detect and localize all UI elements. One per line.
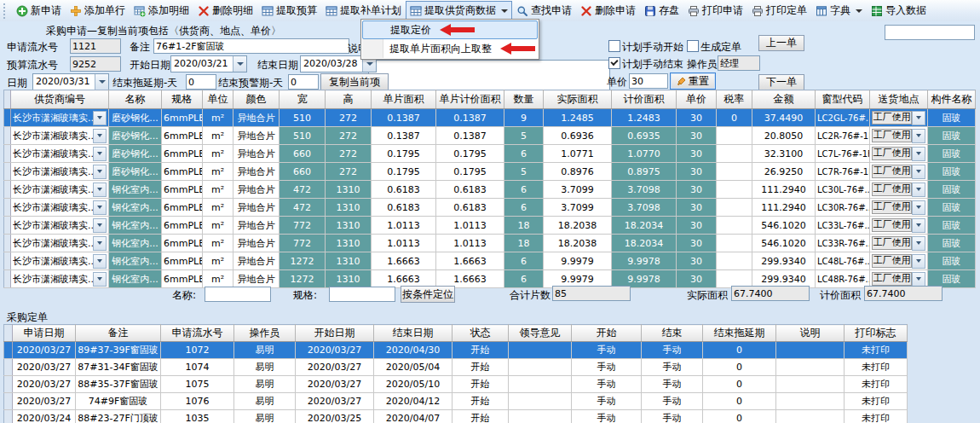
cell[interactable]: 固玻 (928, 181, 976, 199)
chevron-down-icon[interactable] (93, 165, 107, 179)
chevron-down-icon[interactable] (912, 272, 925, 287)
table-row[interactable]: 长沙市潇湘玻璃实...磨砂钢化...6mmPLE...m²异地合片6602720… (4, 163, 976, 181)
toolbar-button-导入数据[interactable]: 导入数据 (867, 1, 931, 20)
cell[interactable]: LC48R-76#... (816, 270, 870, 288)
table-row[interactable]: 2020/03/2488#23-27F门顶玻1035易明2020/03/2520… (4, 410, 908, 423)
cell[interactable]: 18 (504, 235, 544, 252)
cell[interactable]: 30 (677, 199, 717, 217)
cell[interactable]: 6 (504, 252, 544, 270)
cell[interactable]: LC7R-76#-1FO (816, 163, 870, 181)
column-header-高[interactable]: 高 (326, 90, 372, 109)
cell[interactable]: 固玻 (928, 163, 976, 181)
cell[interactable] (717, 181, 752, 199)
cell[interactable]: 0 (703, 342, 776, 359)
cell[interactable]: 6mmPLE... (162, 217, 203, 235)
cell[interactable]: 546.1020 (752, 217, 816, 235)
cell[interactable]: 772 (280, 235, 326, 252)
delivery-cell[interactable]: 工厂使用 (870, 235, 928, 252)
toolbar-button-删除明细[interactable]: 删除明细 (193, 1, 257, 20)
column-header-说明[interactable]: 说明 (776, 325, 845, 342)
delivery-cell[interactable]: 工厂使用 (870, 181, 928, 199)
cell[interactable]: 异地合片 (233, 270, 280, 288)
generate-order-checkbox[interactable] (687, 40, 699, 52)
cell[interactable]: 2020/03/27 (13, 376, 76, 393)
delivery-cell[interactable]: 工厂使用 (870, 163, 928, 181)
cell[interactable]: 37.4490 (752, 109, 816, 127)
cell[interactable]: 2020/04/07 (374, 410, 453, 423)
cell[interactable]: 30 (677, 252, 717, 270)
cell[interactable] (776, 393, 845, 410)
cell[interactable]: 未打印 (845, 342, 908, 359)
cell[interactable]: m² (203, 252, 233, 270)
cell[interactable]: 3.7099 (544, 199, 612, 217)
supplier-cell[interactable]: 长沙市潇湘玻璃实... (11, 109, 109, 127)
cell[interactable]: 未打印 (845, 410, 908, 423)
cell[interactable] (717, 235, 752, 252)
reset-button[interactable]: 重置 (670, 72, 716, 90)
column-header-单片面积[interactable]: 单片面积 (372, 90, 436, 109)
column-header-宽[interactable]: 宽 (280, 90, 326, 109)
serial-input[interactable] (70, 38, 121, 54)
column-header-打印标志[interactable]: 打印标志 (845, 325, 908, 342)
cell[interactable]: 6mmPLE... (162, 235, 203, 252)
cell[interactable]: 6mmPLE... (162, 199, 203, 217)
remark-input[interactable] (153, 38, 349, 54)
table-row[interactable]: 2020/03/2787#31-34F窗固玻1074易明2020/03/2720… (4, 359, 908, 376)
chevron-down-icon[interactable] (93, 218, 107, 233)
cell[interactable]: 手动 (642, 410, 703, 423)
chevron-down-icon[interactable] (93, 183, 107, 197)
cell[interactable]: 异地合片 (233, 145, 280, 163)
cell[interactable]: 30 (677, 217, 717, 235)
supplier-cell[interactable]: 长沙市潇湘玻璃实... (11, 181, 109, 199)
row-selector-gutter[interactable] (4, 359, 13, 376)
column-header-颜色[interactable]: 颜色 (233, 90, 280, 109)
cell[interactable]: 0.6183 (372, 181, 436, 199)
cell[interactable]: 1.0771 (544, 145, 612, 163)
delay-input[interactable] (186, 74, 216, 90)
cell[interactable]: 易明 (234, 393, 296, 410)
cell[interactable]: 510 (280, 127, 326, 145)
delivery-cell[interactable]: 工厂使用 (870, 217, 928, 235)
cell[interactable]: LC33L-76#... (816, 217, 870, 235)
chevron-down-icon[interactable] (912, 200, 925, 215)
cell[interactable]: 易明 (234, 359, 296, 376)
delivery-cell[interactable]: 工厂使用 (870, 127, 928, 145)
cell[interactable]: 易明 (234, 342, 296, 359)
chevron-down-icon[interactable] (93, 272, 107, 287)
cell[interactable]: 18.2034 (612, 235, 677, 252)
cell[interactable]: 6mmPLE... (162, 252, 203, 270)
top-right-field[interactable] (885, 25, 975, 40)
supplier-cell[interactable]: 长沙市潇湘玻璃实... (11, 217, 109, 235)
cell[interactable]: 手动 (572, 342, 642, 359)
cell[interactable]: 660 (280, 163, 326, 181)
cell[interactable]: 异地合片 (233, 199, 280, 217)
table-row[interactable]: 2020/03/2774#9F窗固玻1076易明2020/03/272020/0… (4, 393, 908, 410)
cell[interactable] (717, 145, 752, 163)
cell[interactable]: 1.0113 (372, 217, 436, 235)
cell[interactable]: 272 (326, 163, 372, 181)
table-row[interactable]: 2020/03/2788#35-37F窗固玻1075易明2020/03/2720… (4, 376, 908, 393)
cell[interactable]: 异地合片 (233, 252, 280, 270)
toolbar-button-添加单行[interactable]: 添加单行 (66, 1, 130, 20)
row-selector-gutter[interactable] (4, 217, 11, 235)
cell[interactable]: 6mmPLE... (162, 109, 203, 127)
cell[interactable] (717, 252, 752, 270)
cell[interactable] (717, 127, 752, 145)
cell[interactable]: 6mmPLE... (162, 145, 203, 163)
cell[interactable]: 开始 (453, 410, 509, 423)
cell[interactable]: 固玻 (928, 217, 976, 235)
cell[interactable]: 1310 (326, 181, 372, 199)
supplier-cell[interactable]: 长沙市潇湘玻璃实... (11, 252, 109, 270)
cell[interactable]: 磨砂钢化... (109, 109, 162, 127)
chevron-down-icon[interactable] (912, 183, 925, 197)
cell[interactable]: 1072 (161, 342, 234, 359)
row-selector-gutter[interactable] (4, 109, 11, 127)
row-selector-gutter[interactable] (4, 127, 11, 145)
cell[interactable]: 固玻 (928, 252, 976, 270)
cell[interactable] (717, 217, 752, 235)
manual-end-checkbox[interactable] (608, 57, 620, 69)
menu-item-提取单片面积向上取整[interactable]: 提取单片面积向上取整 (362, 39, 538, 58)
toolbar-button-提取供货商数据[interactable]: 提取供货商数据 (406, 1, 512, 20)
cell[interactable]: 易明 (234, 376, 296, 393)
cell[interactable]: m² (203, 270, 233, 288)
